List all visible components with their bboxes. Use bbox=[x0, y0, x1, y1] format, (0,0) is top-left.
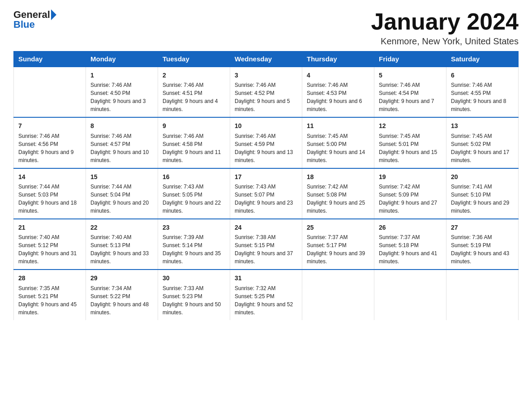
logo-text-blue: Blue bbox=[13, 19, 35, 30]
calendar-cell: 11Sunrise: 7:45 AMSunset: 5:00 PMDayligh… bbox=[302, 117, 374, 168]
day-info: Sunrise: 7:46 AMSunset: 4:52 PMDaylight:… bbox=[235, 81, 297, 113]
calendar-cell: 6Sunrise: 7:46 AMSunset: 4:55 PMDaylight… bbox=[446, 67, 519, 117]
calendar-cell: 26Sunrise: 7:37 AMSunset: 5:18 PMDayligh… bbox=[374, 219, 446, 270]
calendar-cell: 14Sunrise: 7:44 AMSunset: 5:03 PMDayligh… bbox=[14, 168, 86, 219]
calendar-cell: 2Sunrise: 7:46 AMSunset: 4:51 PMDaylight… bbox=[158, 67, 230, 117]
calendar-cell: 22Sunrise: 7:40 AMSunset: 5:13 PMDayligh… bbox=[86, 219, 158, 270]
location: Kenmore, New York, United States bbox=[371, 36, 519, 47]
day-info: Sunrise: 7:40 AMSunset: 5:13 PMDaylight:… bbox=[90, 233, 153, 265]
day-info: Sunrise: 7:44 AMSunset: 5:04 PMDaylight:… bbox=[90, 183, 153, 215]
day-info: Sunrise: 7:44 AMSunset: 5:03 PMDaylight:… bbox=[18, 183, 81, 215]
day-info: Sunrise: 7:36 AMSunset: 5:19 PMDaylight:… bbox=[451, 233, 514, 265]
day-number: 27 bbox=[451, 223, 514, 232]
calendar-cell: 20Sunrise: 7:41 AMSunset: 5:10 PMDayligh… bbox=[446, 168, 519, 219]
weekday-header-wednesday: Wednesday bbox=[230, 51, 302, 67]
day-number: 7 bbox=[18, 121, 81, 130]
day-number: 25 bbox=[307, 223, 369, 232]
calendar-cell: 31Sunrise: 7:32 AMSunset: 5:25 PMDayligh… bbox=[230, 270, 302, 320]
calendar-cell: 7Sunrise: 7:46 AMSunset: 4:56 PMDaylight… bbox=[14, 117, 86, 168]
day-number: 12 bbox=[379, 121, 442, 130]
day-info: Sunrise: 7:46 AMSunset: 4:58 PMDaylight:… bbox=[163, 132, 225, 164]
calendar-cell: 12Sunrise: 7:45 AMSunset: 5:01 PMDayligh… bbox=[374, 117, 446, 168]
weekday-header-friday: Friday bbox=[374, 51, 446, 67]
day-info: Sunrise: 7:42 AMSunset: 5:09 PMDaylight:… bbox=[379, 183, 442, 215]
day-number: 8 bbox=[90, 121, 153, 130]
day-number: 5 bbox=[379, 71, 442, 80]
weekday-header-tuesday: Tuesday bbox=[158, 51, 230, 67]
day-number: 22 bbox=[90, 223, 153, 232]
day-info: Sunrise: 7:45 AMSunset: 5:02 PMDaylight:… bbox=[451, 132, 514, 164]
day-info: Sunrise: 7:42 AMSunset: 5:08 PMDaylight:… bbox=[307, 183, 369, 215]
day-number: 11 bbox=[307, 121, 369, 130]
calendar-cell: 15Sunrise: 7:44 AMSunset: 5:04 PMDayligh… bbox=[86, 168, 158, 219]
day-number: 17 bbox=[235, 172, 297, 181]
calendar-cell: 28Sunrise: 7:35 AMSunset: 5:21 PMDayligh… bbox=[14, 270, 86, 320]
calendar-cell bbox=[14, 67, 86, 117]
day-info: Sunrise: 7:46 AMSunset: 4:56 PMDaylight:… bbox=[18, 132, 81, 164]
day-info: Sunrise: 7:46 AMSunset: 4:59 PMDaylight:… bbox=[235, 132, 297, 164]
day-info: Sunrise: 7:45 AMSunset: 5:01 PMDaylight:… bbox=[379, 132, 442, 164]
calendar-cell: 5Sunrise: 7:46 AMSunset: 4:54 PMDaylight… bbox=[374, 67, 446, 117]
day-info: Sunrise: 7:46 AMSunset: 4:55 PMDaylight:… bbox=[451, 81, 514, 113]
day-info: Sunrise: 7:41 AMSunset: 5:10 PMDaylight:… bbox=[451, 183, 514, 215]
day-number: 29 bbox=[90, 274, 153, 283]
day-info: Sunrise: 7:46 AMSunset: 4:51 PMDaylight:… bbox=[163, 81, 225, 113]
day-info: Sunrise: 7:43 AMSunset: 5:05 PMDaylight:… bbox=[163, 183, 225, 215]
calendar-cell bbox=[446, 270, 519, 320]
day-info: Sunrise: 7:40 AMSunset: 5:12 PMDaylight:… bbox=[18, 233, 81, 265]
day-info: Sunrise: 7:34 AMSunset: 5:22 PMDaylight:… bbox=[90, 284, 153, 317]
day-number: 30 bbox=[163, 274, 225, 283]
day-number: 2 bbox=[163, 71, 225, 80]
weekday-header-monday: Monday bbox=[86, 51, 158, 67]
weekday-header-sunday: Sunday bbox=[14, 51, 86, 67]
calendar-cell: 10Sunrise: 7:46 AMSunset: 4:59 PMDayligh… bbox=[230, 117, 302, 168]
calendar-cell bbox=[302, 270, 374, 320]
calendar-cell: 3Sunrise: 7:46 AMSunset: 4:52 PMDaylight… bbox=[230, 67, 302, 117]
day-number: 14 bbox=[18, 172, 81, 181]
day-number: 6 bbox=[451, 71, 514, 80]
logo-arrow-icon bbox=[51, 9, 56, 20]
calendar-cell: 24Sunrise: 7:38 AMSunset: 5:15 PMDayligh… bbox=[230, 219, 302, 270]
day-number: 31 bbox=[235, 274, 297, 283]
calendar-cell: 29Sunrise: 7:34 AMSunset: 5:22 PMDayligh… bbox=[86, 270, 158, 320]
calendar-cell: 18Sunrise: 7:42 AMSunset: 5:08 PMDayligh… bbox=[302, 168, 374, 219]
day-number: 20 bbox=[451, 172, 514, 181]
calendar-cell: 9Sunrise: 7:46 AMSunset: 4:58 PMDaylight… bbox=[158, 117, 230, 168]
calendar-table: SundayMondayTuesdayWednesdayThursdayFrid… bbox=[13, 51, 519, 320]
day-info: Sunrise: 7:43 AMSunset: 5:07 PMDaylight:… bbox=[235, 183, 297, 215]
day-number: 3 bbox=[235, 71, 297, 80]
day-info: Sunrise: 7:46 AMSunset: 4:54 PMDaylight:… bbox=[379, 81, 442, 113]
calendar-cell: 21Sunrise: 7:40 AMSunset: 5:12 PMDayligh… bbox=[14, 219, 86, 270]
day-info: Sunrise: 7:37 AMSunset: 5:18 PMDaylight:… bbox=[379, 233, 442, 265]
day-number: 1 bbox=[90, 71, 153, 80]
day-info: Sunrise: 7:39 AMSunset: 5:14 PMDaylight:… bbox=[163, 233, 225, 265]
day-number: 26 bbox=[379, 223, 442, 232]
day-number: 18 bbox=[307, 172, 369, 181]
calendar-cell: 8Sunrise: 7:46 AMSunset: 4:57 PMDaylight… bbox=[86, 117, 158, 168]
calendar-cell: 19Sunrise: 7:42 AMSunset: 5:09 PMDayligh… bbox=[374, 168, 446, 219]
day-info: Sunrise: 7:46 AMSunset: 4:53 PMDaylight:… bbox=[307, 81, 369, 113]
calendar-cell bbox=[374, 270, 446, 320]
day-number: 15 bbox=[90, 172, 153, 181]
day-number: 16 bbox=[163, 172, 225, 181]
month-title: January 2024 bbox=[371, 9, 519, 34]
day-info: Sunrise: 7:46 AMSunset: 4:50 PMDaylight:… bbox=[90, 81, 153, 113]
day-number: 21 bbox=[18, 223, 81, 232]
day-info: Sunrise: 7:33 AMSunset: 5:23 PMDaylight:… bbox=[163, 284, 225, 317]
day-info: Sunrise: 7:38 AMSunset: 5:15 PMDaylight:… bbox=[235, 233, 297, 265]
calendar-cell: 17Sunrise: 7:43 AMSunset: 5:07 PMDayligh… bbox=[230, 168, 302, 219]
calendar-cell: 16Sunrise: 7:43 AMSunset: 5:05 PMDayligh… bbox=[158, 168, 230, 219]
weekday-header-thursday: Thursday bbox=[302, 51, 374, 67]
day-number: 4 bbox=[307, 71, 369, 80]
calendar-cell: 30Sunrise: 7:33 AMSunset: 5:23 PMDayligh… bbox=[158, 270, 230, 320]
day-info: Sunrise: 7:45 AMSunset: 5:00 PMDaylight:… bbox=[307, 132, 369, 164]
day-info: Sunrise: 7:37 AMSunset: 5:17 PMDaylight:… bbox=[307, 233, 369, 265]
calendar-cell: 13Sunrise: 7:45 AMSunset: 5:02 PMDayligh… bbox=[446, 117, 519, 168]
calendar-cell: 27Sunrise: 7:36 AMSunset: 5:19 PMDayligh… bbox=[446, 219, 519, 270]
day-number: 28 bbox=[18, 274, 81, 283]
day-number: 9 bbox=[163, 121, 225, 130]
title-block: January 2024 Kenmore, New York, United S… bbox=[371, 9, 519, 47]
weekday-header-saturday: Saturday bbox=[446, 51, 519, 67]
logo: General Blue bbox=[13, 9, 56, 30]
calendar-cell: 1Sunrise: 7:46 AMSunset: 4:50 PMDaylight… bbox=[86, 67, 158, 117]
